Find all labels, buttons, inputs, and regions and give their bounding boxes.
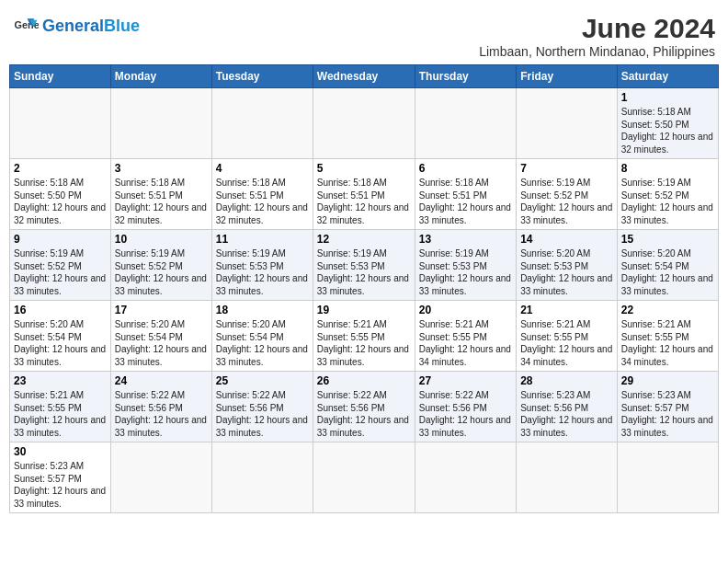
- calendar-cell: [313, 88, 415, 159]
- calendar-cell: [617, 442, 718, 513]
- weekday-monday: Monday: [110, 65, 211, 88]
- day-number: 2: [14, 162, 107, 175]
- calendar-cell: [110, 442, 211, 513]
- day-info: Sunrise: 5:21 AM Sunset: 5:55 PM Dayligh…: [317, 318, 411, 368]
- weekday-header-row: SundayMondayTuesdayWednesdayThursdayFrid…: [10, 65, 719, 88]
- day-number: 4: [216, 162, 309, 175]
- calendar-cell: 13Sunrise: 5:19 AM Sunset: 5:53 PM Dayli…: [415, 230, 516, 301]
- location: Limbaan, Northern Mindanao, Philippines: [479, 44, 715, 59]
- calendar-cell: [211, 442, 313, 513]
- day-number: 12: [317, 233, 411, 246]
- day-info: Sunrise: 5:22 AM Sunset: 5:56 PM Dayligh…: [317, 389, 411, 439]
- calendar-week-5: 30Sunrise: 5:23 AM Sunset: 5:57 PM Dayli…: [10, 442, 719, 513]
- weekday-tuesday: Tuesday: [211, 65, 313, 88]
- calendar-cell: 5Sunrise: 5:18 AM Sunset: 5:51 PM Daylig…: [313, 159, 415, 230]
- day-info: Sunrise: 5:21 AM Sunset: 5:55 PM Dayligh…: [419, 318, 512, 368]
- day-info: Sunrise: 5:21 AM Sunset: 5:55 PM Dayligh…: [14, 389, 107, 439]
- calendar-cell: 14Sunrise: 5:20 AM Sunset: 5:53 PM Dayli…: [517, 230, 618, 301]
- day-info: Sunrise: 5:19 AM Sunset: 5:52 PM Dayligh…: [14, 247, 107, 297]
- calendar-cell: 23Sunrise: 5:21 AM Sunset: 5:55 PM Dayli…: [10, 372, 111, 442]
- calendar-cell: 22Sunrise: 5:21 AM Sunset: 5:55 PM Dayli…: [617, 301, 718, 372]
- day-info: Sunrise: 5:20 AM Sunset: 5:54 PM Dayligh…: [115, 318, 208, 368]
- day-info: Sunrise: 5:23 AM Sunset: 5:57 PM Dayligh…: [14, 460, 107, 510]
- calendar-week-4: 23Sunrise: 5:21 AM Sunset: 5:55 PM Dayli…: [10, 372, 719, 442]
- calendar-cell: [313, 442, 415, 513]
- calendar-cell: [517, 88, 618, 159]
- logo: General GeneralBlue: [13, 13, 140, 39]
- day-info: Sunrise: 5:20 AM Sunset: 5:54 PM Dayligh…: [216, 318, 309, 368]
- calendar-cell: 2Sunrise: 5:18 AM Sunset: 5:50 PM Daylig…: [10, 159, 111, 230]
- page-header: General GeneralBlue June 2024 Limbaan, N…: [9, 9, 719, 59]
- day-number: 22: [621, 304, 714, 316]
- calendar-table: SundayMondayTuesdayWednesdayThursdayFrid…: [9, 64, 719, 513]
- day-info: Sunrise: 5:18 AM Sunset: 5:50 PM Dayligh…: [621, 106, 714, 155]
- calendar-cell: 9Sunrise: 5:19 AM Sunset: 5:52 PM Daylig…: [10, 230, 111, 301]
- day-info: Sunrise: 5:19 AM Sunset: 5:52 PM Dayligh…: [621, 177, 714, 226]
- day-number: 30: [14, 445, 107, 458]
- weekday-sunday: Sunday: [10, 65, 111, 88]
- day-number: 21: [520, 304, 613, 316]
- calendar-cell: 27Sunrise: 5:22 AM Sunset: 5:56 PM Dayli…: [415, 372, 516, 442]
- day-number: 1: [621, 91, 714, 104]
- calendar-cell: 25Sunrise: 5:22 AM Sunset: 5:56 PM Dayli…: [211, 372, 313, 442]
- logo-text: GeneralBlue: [42, 17, 140, 34]
- month-year: June 2024: [479, 13, 715, 44]
- calendar-cell: 6Sunrise: 5:18 AM Sunset: 5:51 PM Daylig…: [415, 159, 516, 230]
- calendar-cell: 4Sunrise: 5:18 AM Sunset: 5:51 PM Daylig…: [211, 159, 313, 230]
- calendar-cell: 17Sunrise: 5:20 AM Sunset: 5:54 PM Dayli…: [110, 301, 211, 372]
- day-number: 14: [520, 233, 613, 246]
- day-number: 9: [14, 233, 107, 246]
- day-info: Sunrise: 5:18 AM Sunset: 5:51 PM Dayligh…: [216, 177, 309, 226]
- calendar-cell: 30Sunrise: 5:23 AM Sunset: 5:57 PM Dayli…: [10, 442, 111, 513]
- calendar-cell: 29Sunrise: 5:23 AM Sunset: 5:57 PM Dayli…: [617, 372, 718, 442]
- calendar-cell: 7Sunrise: 5:19 AM Sunset: 5:52 PM Daylig…: [517, 159, 618, 230]
- day-number: 15: [621, 233, 714, 246]
- day-info: Sunrise: 5:19 AM Sunset: 5:53 PM Dayligh…: [216, 247, 309, 297]
- weekday-thursday: Thursday: [415, 65, 516, 88]
- day-number: 5: [317, 162, 411, 175]
- day-info: Sunrise: 5:19 AM Sunset: 5:53 PM Dayligh…: [419, 247, 512, 297]
- calendar-cell: [110, 88, 211, 159]
- weekday-friday: Friday: [517, 65, 618, 88]
- day-number: 24: [115, 374, 208, 387]
- day-number: 25: [216, 374, 309, 387]
- logo-icon: General: [13, 13, 39, 39]
- day-info: Sunrise: 5:18 AM Sunset: 5:51 PM Dayligh…: [317, 177, 411, 226]
- calendar-cell: 19Sunrise: 5:21 AM Sunset: 5:55 PM Dayli…: [313, 301, 415, 372]
- day-number: 18: [216, 304, 309, 316]
- day-info: Sunrise: 5:18 AM Sunset: 5:50 PM Dayligh…: [14, 177, 107, 226]
- day-number: 8: [621, 162, 714, 175]
- day-number: 29: [621, 374, 714, 387]
- calendar-cell: 16Sunrise: 5:20 AM Sunset: 5:54 PM Dayli…: [10, 301, 111, 372]
- calendar-cell: [415, 442, 516, 513]
- calendar-week-0: 1Sunrise: 5:18 AM Sunset: 5:50 PM Daylig…: [10, 88, 719, 159]
- day-info: Sunrise: 5:19 AM Sunset: 5:53 PM Dayligh…: [317, 247, 411, 297]
- calendar-cell: 21Sunrise: 5:21 AM Sunset: 5:55 PM Dayli…: [517, 301, 618, 372]
- calendar-cell: 24Sunrise: 5:22 AM Sunset: 5:56 PM Dayli…: [110, 372, 211, 442]
- calendar-cell: [415, 88, 516, 159]
- calendar-cell: 11Sunrise: 5:19 AM Sunset: 5:53 PM Dayli…: [211, 230, 313, 301]
- day-number: 3: [115, 162, 208, 175]
- calendar-cell: 28Sunrise: 5:23 AM Sunset: 5:56 PM Dayli…: [517, 372, 618, 442]
- day-number: 23: [14, 374, 107, 387]
- day-info: Sunrise: 5:22 AM Sunset: 5:56 PM Dayligh…: [419, 389, 512, 439]
- day-number: 11: [216, 233, 309, 246]
- day-number: 6: [419, 162, 512, 175]
- day-number: 19: [317, 304, 411, 316]
- calendar-cell: 10Sunrise: 5:19 AM Sunset: 5:52 PM Dayli…: [110, 230, 211, 301]
- day-info: Sunrise: 5:23 AM Sunset: 5:56 PM Dayligh…: [520, 389, 613, 439]
- day-info: Sunrise: 5:21 AM Sunset: 5:55 PM Dayligh…: [520, 318, 613, 368]
- calendar-cell: 1Sunrise: 5:18 AM Sunset: 5:50 PM Daylig…: [617, 88, 718, 159]
- day-info: Sunrise: 5:21 AM Sunset: 5:55 PM Dayligh…: [621, 318, 714, 368]
- calendar-cell: 15Sunrise: 5:20 AM Sunset: 5:54 PM Dayli…: [617, 230, 718, 301]
- day-info: Sunrise: 5:18 AM Sunset: 5:51 PM Dayligh…: [115, 177, 208, 226]
- weekday-wednesday: Wednesday: [313, 65, 415, 88]
- day-number: 13: [419, 233, 512, 246]
- day-number: 17: [115, 304, 208, 316]
- calendar-cell: 3Sunrise: 5:18 AM Sunset: 5:51 PM Daylig…: [110, 159, 211, 230]
- day-number: 26: [317, 374, 411, 387]
- day-info: Sunrise: 5:20 AM Sunset: 5:54 PM Dayligh…: [14, 318, 107, 368]
- day-number: 20: [419, 304, 512, 316]
- calendar-cell: [211, 88, 313, 159]
- calendar-week-2: 9Sunrise: 5:19 AM Sunset: 5:52 PM Daylig…: [10, 230, 719, 301]
